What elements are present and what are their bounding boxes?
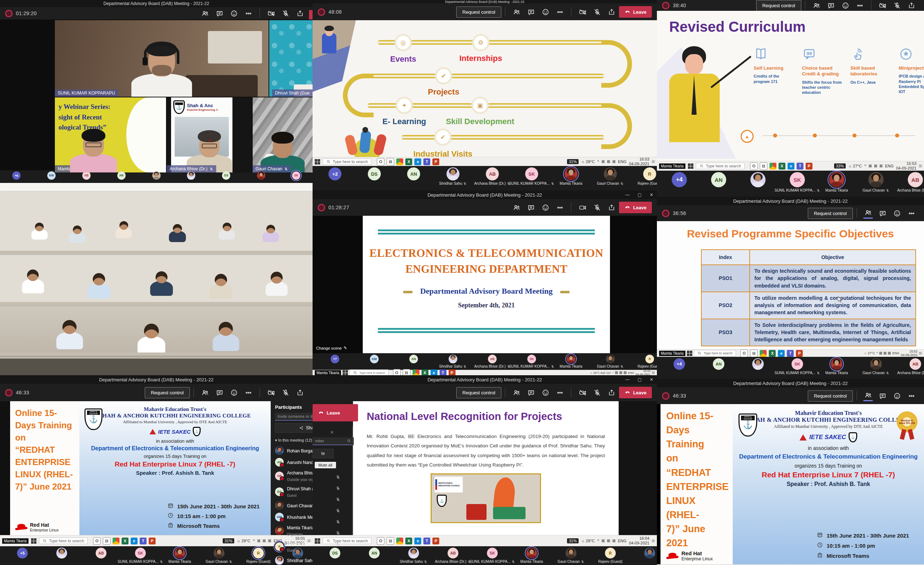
cortana-icon[interactable]: O: [750, 162, 758, 170]
mic-off-icon[interactable]: [592, 388, 602, 397]
avatar[interactable]: KM: [370, 355, 379, 363]
windows-start-button[interactable]: [315, 159, 320, 165]
avatar[interactable]: [870, 358, 882, 370]
taskbar-search[interactable]: Type here to search: [39, 538, 88, 544]
filmstrip-item[interactable]: +5: [4, 548, 41, 559]
avatar[interactable]: SK: [790, 172, 805, 187]
camera-on-icon[interactable]: [578, 203, 587, 212]
avatar[interactable]: [214, 548, 225, 559]
filmstrip-item[interactable]: +2: [316, 168, 354, 180]
more-options-icon[interactable]: [555, 388, 564, 397]
windows-start-button[interactable]: [687, 351, 692, 356]
language-indicator[interactable]: ENG: [628, 371, 634, 375]
edge-icon[interactable]: e: [130, 538, 138, 544]
language-indicator[interactable]: ENG: [885, 164, 894, 168]
filmstrip-item[interactable]: [739, 358, 777, 370]
participants-icon[interactable]: [863, 391, 873, 401]
avatar[interactable]: AN: [711, 172, 726, 187]
avatar[interactable]: AB: [486, 168, 499, 180]
excel-icon[interactable]: X: [422, 369, 428, 376]
cortana-icon[interactable]: O: [393, 369, 400, 376]
powerpoint-icon[interactable]: P: [149, 538, 156, 544]
mic-off-icon[interactable]: [336, 508, 340, 513]
avatar[interactable]: AB: [910, 358, 921, 370]
camera-off-icon[interactable]: [878, 1, 887, 10]
mic-off-icon[interactable]: [281, 388, 290, 397]
request-control-button[interactable]: Request control: [808, 390, 853, 402]
taskbar-clock[interactable]: 16:0404-09-2021: [629, 536, 650, 545]
filmstrip-item[interactable]: Gauri Chavan: [592, 168, 629, 186]
tray-icon[interactable]: [607, 540, 610, 542]
avatar[interactable]: AB: [908, 172, 923, 187]
filmstrip-item[interactable]: +7: [316, 355, 354, 363]
share-invite-button[interactable]: Share invite: [275, 423, 313, 433]
task-view-icon[interactable]: ⊟: [103, 537, 111, 545]
cortana-icon[interactable]: O: [740, 349, 748, 357]
participant-row[interactable]: Shridhar Sahu: [271, 555, 313, 565]
taskbar-search[interactable]: Type here to search: [350, 369, 389, 375]
tray-icon[interactable]: [263, 540, 266, 542]
avatar[interactable]: AB: [96, 548, 106, 559]
share-screen-icon[interactable]: [907, 1, 916, 10]
filmstrip-item[interactable]: ABArchana Bhise (Dr.): [897, 358, 924, 375]
participant-row[interactable]: RRajeev (Guest)Guest: [271, 539, 313, 555]
taskbar-clock[interactable]: 15:5304-09-2021: [896, 161, 916, 170]
minimize-button[interactable]: —: [626, 192, 630, 197]
filmstrip-item[interactable]: +4: [660, 172, 698, 187]
avatar[interactable]: [56, 548, 67, 559]
filmstrip-item[interactable]: Shridhar Sahu: [434, 355, 472, 369]
participants-icon[interactable]: [512, 7, 521, 16]
filmstrip-item[interactable]: AN: [395, 168, 432, 180]
avatar[interactable]: [604, 168, 617, 180]
avatar[interactable]: AN: [409, 355, 418, 363]
taskbar-clock[interactable]: 15:5204-09-2021: [901, 349, 918, 357]
teams-icon[interactable]: T: [423, 538, 430, 544]
avatar[interactable]: [606, 355, 615, 363]
tray-caret[interactable]: ^: [597, 539, 599, 543]
leave-button[interactable]: Leave: [619, 6, 652, 18]
weather-widget[interactable]: ☼ 27°C: [848, 164, 862, 168]
task-view-icon[interactable]: ⊟: [760, 162, 767, 170]
tray-caret[interactable]: ^: [253, 539, 255, 543]
video-tile-mamta[interactable]: y Webinar Series: sight of Recent ologic…: [55, 97, 166, 172]
excel-icon[interactable]: X: [778, 163, 785, 169]
video-tile-archana[interactable]: ⚓ Shah & Anc Kutchhi Engineering C: [167, 97, 252, 172]
teams-icon[interactable]: T: [796, 163, 804, 169]
taskbar-clock[interactable]: 16:0304-09-2021: [629, 157, 650, 166]
filmstrip-item[interactable]: +4: [660, 358, 698, 370]
video-tile-gauri[interactable]: Gauri Chavan: [253, 97, 313, 172]
filmstrip-item[interactable]: KM: [356, 355, 393, 363]
share-screen-icon[interactable]: [607, 388, 616, 397]
avatar[interactable]: SK: [525, 168, 538, 180]
maximize-button[interactable]: ▢: [638, 192, 642, 197]
taskbar-search[interactable]: Type here to search: [696, 163, 745, 169]
mic-off-icon[interactable]: [336, 520, 340, 524]
notifications-icon[interactable]: [919, 352, 922, 355]
leave-button[interactable]: Leave: [619, 387, 652, 398]
tray-caret[interactable]: ^: [864, 164, 866, 168]
avatar[interactable]: [275, 446, 284, 455]
share-invite-fragment[interactable]: te: [313, 449, 333, 458]
window-title-bar[interactable]: Departmental Advisory Board (DAB) Meetin…: [657, 379, 924, 388]
tray-icon[interactable]: [612, 160, 615, 163]
weather-widget[interactable]: ☼ 28°C: [581, 159, 595, 164]
avatar[interactable]: AN: [369, 548, 380, 559]
filmstrip-item[interactable]: AN: [356, 548, 393, 559]
powerpoint-icon[interactable]: P: [806, 163, 813, 169]
window-title-bar[interactable]: Departmental Advisory Board (DAB) Meetin…: [313, 0, 657, 4]
avatar[interactable]: [408, 548, 419, 559]
filmstrip-item[interactable]: Mamta Tikaria: [161, 548, 198, 564]
mic-off-icon[interactable]: [336, 486, 340, 491]
teams-icon[interactable]: T: [423, 158, 430, 165]
avatar[interactable]: AN: [275, 458, 284, 466]
filmstrip-item[interactable]: RRajeev (Guest): [631, 355, 657, 369]
task-view-icon[interactable]: ⊟: [387, 537, 394, 545]
participant-row[interactable]: ANAarushi Nandoskar: [271, 456, 313, 468]
task-view-icon[interactable]: ⊟: [403, 369, 410, 376]
notifications-icon[interactable]: [919, 165, 922, 168]
reactions-icon[interactable]: [892, 391, 902, 400]
filmstrip-item[interactable]: Mamta Tikaria: [513, 548, 550, 564]
mic-off-icon[interactable]: [336, 497, 340, 502]
chrome-icon[interactable]: [412, 369, 419, 376]
participant-row[interactable]: DSDhruvi Shah (Guest)Guest: [271, 484, 313, 500]
